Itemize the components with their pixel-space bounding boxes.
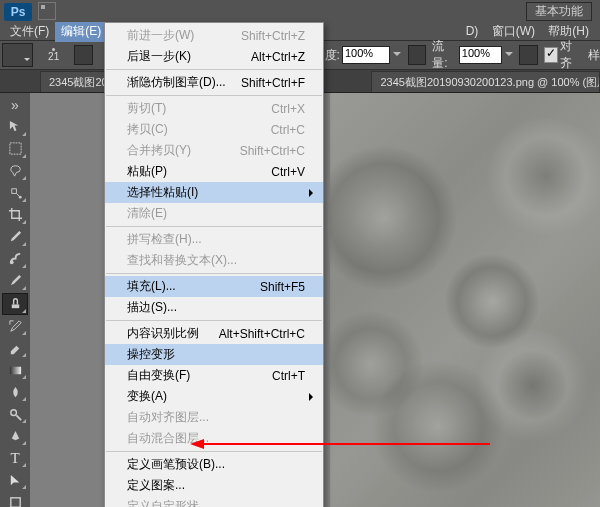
type-tool[interactable]: T <box>3 448 27 468</box>
path-select-tool[interactable] <box>3 470 27 490</box>
menu-file[interactable]: 文件(F) <box>4 21 55 42</box>
document-tab-title: 2345截图20190930200123.png @ 100% (图层 <box>380 75 600 90</box>
svg-rect-3 <box>11 304 19 308</box>
menu-item-define-brush[interactable]: 定义画笔预设(B)... <box>105 454 323 475</box>
app-titlebar: Ps 基本功能 <box>0 0 600 22</box>
menu-item-auto-align: 自动对齐图层... <box>105 407 323 428</box>
menu-separator <box>106 69 322 70</box>
history-brush-tool[interactable] <box>3 317 27 337</box>
svg-rect-4 <box>9 367 20 375</box>
menu-separator <box>106 320 322 321</box>
healing-brush-tool[interactable] <box>3 249 27 269</box>
canvas-image <box>330 93 600 507</box>
opacity-input[interactable]: 100% <box>342 46 390 64</box>
sample-label: 样 <box>588 47 600 64</box>
shape-tool[interactable] <box>3 492 27 507</box>
menu-separator <box>106 95 322 96</box>
workspace-basic-button[interactable]: 基本功能 <box>526 2 592 21</box>
blur-tool[interactable] <box>3 382 27 402</box>
menu-item-fill[interactable]: 填充(L)...Shift+F5 <box>105 276 323 297</box>
menu-item-puppet-warp[interactable]: 操控变形 <box>105 344 323 365</box>
workspace-picker-icon[interactable] <box>38 2 56 20</box>
eraser-tool[interactable] <box>3 338 27 358</box>
menu-item-content-aware[interactable]: 内容识别比例Alt+Shift+Ctrl+C <box>105 323 323 344</box>
lasso-tool[interactable] <box>3 161 27 181</box>
opacity-field: 度: 100% <box>325 46 402 64</box>
svg-rect-6 <box>10 497 19 506</box>
gradient-tool[interactable] <box>3 360 27 380</box>
menu-item-transform[interactable]: 变换(A) <box>105 386 323 407</box>
menu-item-step-forward: 前进一步(W)Shift+Ctrl+Z <box>105 25 323 46</box>
airbrush-icon[interactable] <box>519 45 537 65</box>
crop-tool[interactable] <box>3 205 27 225</box>
menu-item-cut: 剪切(T)Ctrl+X <box>105 98 323 119</box>
menubar-right-items: D) 窗口(W) 帮助(H) <box>461 23 600 40</box>
menu-separator <box>106 226 322 227</box>
svg-rect-0 <box>9 143 20 154</box>
menu-item-paste-special[interactable]: 选择性粘贴(I) <box>105 182 323 203</box>
menu-help[interactable]: 帮助(H) <box>543 22 594 40</box>
aligned-field[interactable]: 对齐 <box>544 38 582 72</box>
document-tab[interactable]: 2345截图20190930200123.png @ 100% (图层 × <box>371 71 600 92</box>
document-tab-title: 2345截图20 <box>49 75 108 90</box>
menu-item-auto-blend: 自动混合图层... <box>105 428 323 449</box>
menu-item-paste[interactable]: 粘贴(P)Ctrl+V <box>105 161 323 182</box>
menu-item-free-transform[interactable]: 自由变换(F)Ctrl+T <box>105 365 323 386</box>
brush-size-label: 21 <box>48 51 59 62</box>
svg-point-2 <box>9 261 13 265</box>
edit-menu-dropdown: 前进一步(W)Shift+Ctrl+Z 后退一步(K)Alt+Ctrl+Z 渐隐… <box>104 22 324 507</box>
aligned-label: 对齐 <box>560 38 582 72</box>
move-tool[interactable] <box>3 117 27 137</box>
menu-edit[interactable]: 编辑(E) <box>55 21 107 42</box>
flow-field: 流量: 100% <box>432 38 513 72</box>
menu-item-copy-merged: 合并拷贝(Y)Shift+Ctrl+C <box>105 140 323 161</box>
pen-tool[interactable] <box>3 426 27 446</box>
chevron-down-icon[interactable] <box>392 47 402 63</box>
menu-item-fade[interactable]: 渐隐仿制图章(D)...Shift+Ctrl+F <box>105 72 323 93</box>
menu-window[interactable]: 窗口(W) <box>487 22 540 40</box>
tools-panel: » T <box>0 93 31 507</box>
chevron-down-icon[interactable] <box>504 47 513 63</box>
menu-item-spell: 拼写检查(H)... <box>105 229 323 250</box>
menu-item-copy: 拷贝(C)Ctrl+C <box>105 119 323 140</box>
svg-point-5 <box>10 410 16 416</box>
flow-input[interactable]: 100% <box>459 46 503 64</box>
opacity-label: 度: <box>325 47 340 64</box>
expand-tools-icon[interactable]: » <box>3 95 27 115</box>
menu-item-step-backward[interactable]: 后退一步(K)Alt+Ctrl+Z <box>105 46 323 67</box>
eyedropper-tool[interactable] <box>3 227 27 247</box>
menu-separator <box>106 273 322 274</box>
aligned-checkbox[interactable] <box>544 47 559 63</box>
menu-item-clear: 清除(E) <box>105 203 323 224</box>
menu-item-define-pattern[interactable]: 定义图案... <box>105 475 323 496</box>
document-tab[interactable]: 2345截图20 <box>40 71 109 92</box>
tool-preset-picker[interactable] <box>2 43 33 67</box>
menu-item-stroke[interactable]: 描边(S)... <box>105 297 323 318</box>
clone-stamp-tool[interactable] <box>2 293 28 315</box>
brush-panel-icon[interactable] <box>74 45 92 65</box>
quick-select-tool[interactable] <box>3 183 27 203</box>
brush-tool[interactable] <box>3 271 27 291</box>
brush-preview[interactable]: 21 <box>39 43 68 67</box>
menu-item-find-replace: 查找和替换文本(X)... <box>105 250 323 271</box>
flow-label: 流量: <box>432 38 457 72</box>
marquee-tool[interactable] <box>3 139 27 159</box>
pressure-opacity-icon[interactable] <box>408 45 426 65</box>
svg-point-1 <box>18 196 21 199</box>
menu-separator <box>106 451 322 452</box>
app-logo: Ps <box>4 3 32 21</box>
menu-item-define-shape: 定义自定形状... <box>105 496 323 507</box>
menu-3d-frag[interactable]: D) <box>461 22 484 40</box>
dodge-tool[interactable] <box>3 404 27 424</box>
